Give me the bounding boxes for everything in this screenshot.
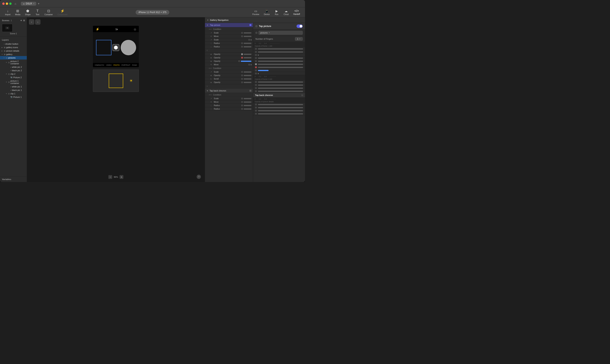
- scene-1[interactable]: Scene 1: [2, 24, 25, 35]
- layer-picture-1-container[interactable]: ▼ ⊡ picture 1 container: [0, 79, 27, 85]
- device-button[interactable]: 📱 Device: [262, 9, 272, 16]
- tap-picture-toggle[interactable]: [297, 25, 303, 28]
- home-button[interactable]: ⌂: [13, 1, 18, 6]
- text-button[interactable]: T Text: [33, 8, 42, 16]
- shape-button[interactable]: ⬟ Shape: [23, 8, 33, 16]
- nav-forward-button[interactable]: ›: [35, 19, 41, 25]
- layer-picture-2[interactable]: 📷 Picture 2: [0, 76, 27, 79]
- action-checkbox[interactable]: [241, 71, 243, 73]
- prop-checkbox[interactable]: [255, 63, 257, 65]
- prop-checkbox[interactable]: [255, 51, 257, 53]
- mode-pano[interactable]: PANO: [132, 64, 137, 66]
- action-checkbox[interactable]: [241, 42, 243, 44]
- scene-1-thumb[interactable]: [2, 24, 13, 32]
- action-checkbox[interactable]: [241, 75, 243, 76]
- tap-back-checkbox[interactable]: [301, 94, 303, 96]
- layer-black-pic-1[interactable]: ▪ black pic 1: [0, 88, 27, 92]
- tab-dslr[interactable]: ☁ DSLR ×: [21, 2, 36, 6]
- prop-checkbox[interactable]: [255, 54, 257, 56]
- layer-clip-1[interactable]: ▼ ⊡ clip 1: [0, 92, 27, 95]
- layer-white-pic-1[interactable]: ▪ white pic 1: [0, 85, 27, 88]
- action-checkbox[interactable]: [241, 78, 243, 80]
- prop-checkbox[interactable]: [255, 90, 257, 92]
- add-tab-button[interactable]: +: [38, 2, 40, 5]
- gallery-nav-collapse[interactable]: ▼: [207, 19, 209, 21]
- prop-checkbox[interactable]: [255, 104, 257, 105]
- prop-checkbox[interactable]: [255, 113, 257, 115]
- prop-checkbox[interactable]: [255, 87, 257, 89]
- prop-checkbox[interactable]: [255, 107, 257, 108]
- scenes-view-toggle[interactable]: ⊞: [23, 19, 25, 22]
- action-checkbox[interactable]: [248, 64, 250, 65]
- mode-portrait[interactable]: PORTRAIT: [122, 64, 130, 66]
- add-scene-button[interactable]: +: [20, 19, 22, 22]
- media-button[interactable]: ⊞ Media: [13, 8, 22, 16]
- right-panel: ▼ Gallery Navigation ▼ Tap picture ⟷ Con: [205, 17, 305, 182]
- container-button[interactable]: ⊡ Container: [43, 8, 55, 16]
- add-action-row[interactable]: +: [205, 49, 253, 52]
- prop-checkbox[interactable]: [255, 110, 257, 112]
- component-button[interactable]: ⚡ Component: [55, 8, 69, 16]
- variables-section[interactable]: Variables: [0, 176, 27, 182]
- prop-checkbox[interactable]: [255, 84, 257, 86]
- mode-cinematic[interactable]: CINEMATIC: [95, 64, 104, 66]
- target-dropdown[interactable]: pictures ▼: [258, 31, 303, 35]
- tap-picture-row[interactable]: ▼ Tap picture: [205, 23, 253, 27]
- layer-picture-2-container[interactable]: ▼ ⊡ picture 2 container: [0, 60, 27, 65]
- layer-black-pic-2[interactable]: ▪ black pic 2: [0, 69, 27, 72]
- action-checkbox[interactable]: [241, 81, 243, 83]
- layer-picture-1[interactable]: 📷 Picture 1: [0, 95, 27, 99]
- canvas-area[interactable]: ‹ › ⚡ 1x ◎: [27, 17, 205, 182]
- prop-checkbox[interactable]: [255, 57, 257, 59]
- layer-white-pic-2[interactable]: ▪ white pic 2: [0, 65, 27, 69]
- close-button[interactable]: [2, 2, 5, 5]
- cloud-button[interactable]: ☁ Cloud: [282, 9, 291, 16]
- action-checkbox[interactable]: [248, 39, 250, 41]
- layer-gallery[interactable]: ▼ ⊞ gallery: [0, 52, 27, 56]
- action-checkbox[interactable]: [241, 57, 243, 59]
- layer-gallery-icons[interactable]: ▶ ⊞ gallery icons: [0, 46, 27, 49]
- action-checkbox[interactable]: [241, 108, 243, 110]
- tap-back-chevron-checkbox[interactable]: [249, 90, 251, 92]
- action-checkbox[interactable]: [241, 104, 243, 106]
- help-button[interactable]: ?: [197, 175, 201, 179]
- import-button[interactable]: ↓ Import: [3, 8, 12, 16]
- action-checkbox[interactable]: [238, 60, 240, 62]
- fullscreen-button[interactable]: [9, 2, 12, 5]
- prop-checkbox[interactable]: [255, 60, 257, 62]
- layer-clip-2[interactable]: ▼ ⊡ clip 2: [0, 72, 27, 76]
- prop-checkbox[interactable]: [255, 69, 257, 71]
- mode-photo[interactable]: PHOTO: [113, 64, 120, 66]
- action-label: Opacity: [214, 53, 240, 55]
- prop-checkbox[interactable]: [255, 73, 257, 74]
- minimize-button[interactable]: [6, 2, 8, 5]
- action-checkbox[interactable]: [241, 46, 243, 48]
- zoom-out-button[interactable]: −: [108, 175, 112, 179]
- tab-close-button[interactable]: ×: [33, 2, 34, 5]
- tap-back-chevron-header[interactable]: ▼ Tap back chevron: [205, 89, 253, 93]
- condition-1-label: Condition: [213, 28, 221, 30]
- mode-video[interactable]: VIDEO: [106, 64, 111, 66]
- zoom-in-button[interactable]: +: [120, 175, 123, 179]
- fingers-dropdown[interactable]: 1 ▼: [295, 37, 303, 41]
- action-checkbox[interactable]: [241, 53, 243, 55]
- action-checkbox[interactable]: [241, 32, 243, 34]
- layer-picture-details[interactable]: ▶ ⊞ picture details: [0, 49, 27, 52]
- prop-checkbox[interactable]: [255, 66, 257, 68]
- action-checkbox[interactable]: [241, 98, 243, 99]
- nav-back-button[interactable]: ‹: [29, 19, 34, 25]
- handoff-button[interactable]: </> Handoff: [291, 9, 302, 16]
- run-button[interactable]: ▶ Run: [272, 9, 281, 16]
- add-condition-row[interactable]: +: [205, 84, 253, 89]
- prop-bar-row-1: [253, 47, 305, 51]
- layer-shutter-button[interactable]: ▪ shutter button: [0, 42, 27, 46]
- tap-picture-checkbox[interactable]: [249, 24, 251, 26]
- layer-pictures[interactable]: ▼ ⊡ pictures: [0, 56, 27, 60]
- action-checkbox[interactable]: [241, 101, 243, 103]
- device-selector[interactable]: iPhone 11 Pro/X 812 × 375: [136, 10, 169, 15]
- preview-button[interactable]: ▭ Preview: [250, 9, 261, 16]
- prop-checkbox[interactable]: [255, 81, 257, 83]
- prop-checkbox[interactable]: [255, 48, 257, 50]
- toolbar-right: ▭ Preview 📱 Device ▶ Run ☁ Cloud </> Han…: [250, 9, 302, 16]
- action-checkbox[interactable]: [241, 35, 243, 37]
